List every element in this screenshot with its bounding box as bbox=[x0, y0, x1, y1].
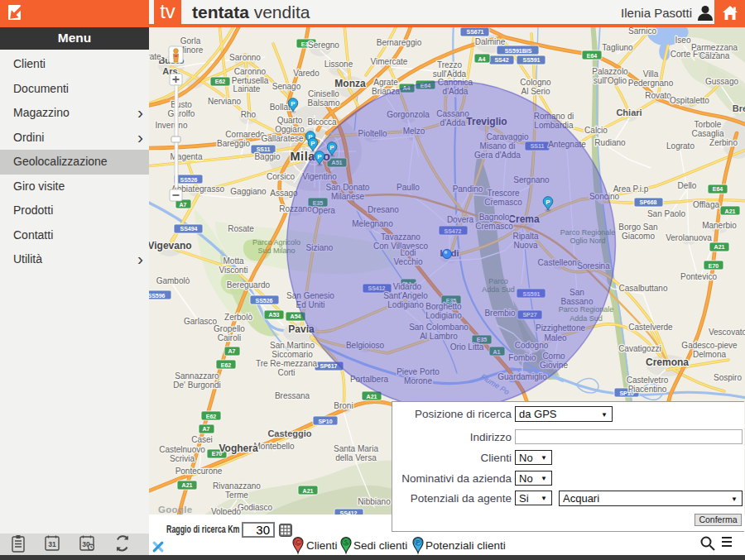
svg-text:Baggio: Baggio bbox=[254, 152, 281, 161]
svg-text:SS11: SS11 bbox=[257, 146, 271, 152]
svg-text:Oggiaro: Oggiaro bbox=[275, 125, 305, 134]
svg-text:P: P bbox=[310, 140, 315, 147]
svg-text:Nibbiano: Nibbiano bbox=[358, 497, 391, 506]
svg-text:Casalbuttano: Casalbuttano bbox=[619, 284, 668, 293]
svg-text:P: P bbox=[291, 100, 296, 108]
svg-text:Tre Re-mezzana: Tre Re-mezzana bbox=[256, 359, 318, 368]
svg-text:SS526: SS526 bbox=[180, 177, 197, 183]
svg-text:A4: A4 bbox=[478, 56, 486, 62]
svg-text:Trezzo: Trezzo bbox=[437, 60, 463, 69]
svg-text:Palazzolo: Palazzolo bbox=[592, 67, 628, 76]
svg-text:Caronno: Caronno bbox=[234, 67, 267, 76]
svg-text:Piacentino: Piacentino bbox=[628, 385, 667, 394]
svg-text:Cornaredo: Cornaredo bbox=[225, 130, 265, 139]
svg-text:Castelvetro: Castelvetro bbox=[627, 376, 669, 385]
svg-text:SS671: SS671 bbox=[466, 29, 483, 35]
svg-text:Pedergnano: Pedergnano bbox=[628, 79, 674, 88]
svg-text:Pontevico: Pontevico bbox=[680, 272, 717, 281]
svg-text:Vigevano: Vigevano bbox=[149, 240, 192, 251]
svg-text:Bressana: Bressana bbox=[275, 391, 310, 400]
svg-text:Corti: Corti bbox=[277, 368, 295, 377]
svg-text:Sedi clienti: Sedi clienti bbox=[353, 539, 407, 552]
svg-text:Corsico: Corsico bbox=[267, 172, 295, 181]
svg-text:A54: A54 bbox=[291, 314, 301, 319]
svg-text:Calzana: Calzana bbox=[699, 51, 730, 60]
svg-text:Google: Google bbox=[158, 505, 192, 515]
svg-text:Manerbio: Manerbio bbox=[702, 221, 737, 230]
svg-text:E62: E62 bbox=[221, 362, 232, 368]
svg-text:Villa: Villa bbox=[643, 69, 659, 79]
svg-text:Gambolò: Gambolò bbox=[156, 276, 190, 285]
svg-text:Casaglia: Casaglia bbox=[692, 129, 724, 138]
svg-text:Lainate: Lainate bbox=[233, 84, 261, 93]
svg-text:Castelverde: Castelverde bbox=[628, 323, 673, 332]
svg-text:Tagliuno: Tagliuno bbox=[602, 43, 633, 52]
svg-text:Broni: Broni bbox=[334, 401, 353, 410]
svg-text:Bre: Bre bbox=[733, 103, 745, 113]
svg-text:Motta: Motta bbox=[223, 256, 243, 266]
svg-text:Busto: Busto bbox=[171, 100, 192, 109]
svg-text:Gallaratese: Gallaratese bbox=[261, 134, 304, 143]
svg-text:Iseo: Iseo bbox=[675, 36, 691, 45]
svg-text:Santa Maria: Santa Maria bbox=[334, 444, 378, 453]
svg-text:Lissone: Lissone bbox=[324, 60, 353, 69]
svg-text:Siccomario: Siccomario bbox=[272, 350, 313, 359]
svg-text:Bareggio: Bareggio bbox=[217, 139, 250, 148]
svg-text:Sannazzaro: Sannazzaro bbox=[175, 371, 219, 381]
svg-text:Zerbino: Zerbino bbox=[709, 138, 738, 147]
svg-text:Cologno: Cologno bbox=[520, 78, 551, 87]
svg-text:Senago: Senago bbox=[272, 82, 301, 91]
svg-text:Cairoli: Cairoli bbox=[218, 333, 241, 342]
svg-text:Voghera: Voghera bbox=[219, 443, 257, 454]
svg-text:Terme: Terme bbox=[225, 491, 248, 500]
svg-text:E64: E64 bbox=[713, 186, 723, 192]
svg-text:A7: A7 bbox=[180, 202, 187, 208]
svg-text:Quarto: Quarto bbox=[277, 116, 303, 125]
svg-text:Bereguardo: Bereguardo bbox=[227, 280, 271, 290]
svg-text:Volpedo: Volpedo bbox=[211, 507, 242, 515]
svg-text:SS596: SS596 bbox=[149, 293, 166, 299]
svg-text:A53: A53 bbox=[269, 312, 280, 318]
svg-text:31: 31 bbox=[48, 540, 56, 548]
svg-text:Cremona: Cremona bbox=[646, 357, 689, 368]
svg-text:Monza: Monza bbox=[334, 78, 366, 89]
svg-text:SS42: SS42 bbox=[494, 57, 508, 63]
svg-text:Vimercate: Vimercate bbox=[371, 57, 408, 66]
svg-text:Gropello: Gropello bbox=[214, 324, 245, 333]
svg-text:Gussago: Gussago bbox=[705, 77, 738, 86]
svg-text:Calcio: Calcio bbox=[584, 126, 608, 135]
svg-text:Casei: Casei bbox=[191, 435, 213, 444]
svg-text:E70: E70 bbox=[709, 263, 719, 269]
svg-text:Rosate: Rosate bbox=[228, 224, 254, 233]
svg-text:P: P bbox=[317, 153, 322, 160]
svg-text:S: S bbox=[344, 538, 348, 546]
svg-text:Varedo: Varedo bbox=[293, 69, 320, 78]
svg-text:SS591BIS: SS591BIS bbox=[505, 48, 532, 54]
svg-text:E64: E64 bbox=[587, 53, 598, 59]
svg-text:Al Serio: Al Serio bbox=[521, 87, 550, 96]
svg-text:Scrivia: Scrivia bbox=[170, 454, 195, 463]
svg-text:Delmona: Delmona bbox=[693, 350, 726, 359]
svg-text:Chiari: Chiari bbox=[616, 108, 642, 117]
svg-text:Casteggio: Casteggio bbox=[267, 428, 311, 438]
svg-text:Nerviano: Nerviano bbox=[208, 97, 241, 106]
svg-text:A7: A7 bbox=[203, 426, 210, 432]
svg-text:C: C bbox=[296, 538, 300, 546]
svg-text:Verolanuova: Verolanuova bbox=[666, 233, 712, 242]
svg-text:Gorla: Gorla bbox=[180, 36, 201, 45]
svg-text:SS591: SS591 bbox=[522, 57, 540, 63]
svg-text:A21: A21 bbox=[182, 482, 193, 488]
svg-text:SP10: SP10 bbox=[318, 419, 332, 424]
svg-text:Bernareggio: Bernareggio bbox=[377, 38, 422, 47]
svg-text:Offlaga: Offlaga bbox=[693, 200, 719, 209]
svg-text:Godiasco: Godiasco bbox=[238, 503, 273, 512]
svg-text:Inveruno: Inveruno bbox=[156, 121, 188, 130]
svg-text:De' Burgondi: De' Burgondi bbox=[173, 381, 221, 390]
svg-text:E62: E62 bbox=[215, 79, 226, 84]
svg-text:P: P bbox=[416, 538, 420, 546]
svg-text:Giacomo: Giacomo bbox=[622, 232, 655, 241]
svg-text:Vescovato: Vescovato bbox=[709, 328, 745, 337]
svg-text:Gaggiano: Gaggiano bbox=[230, 187, 267, 196]
svg-text:Castelnuovo: Castelnuovo bbox=[159, 445, 205, 454]
svg-text:Garolfo: Garolfo bbox=[168, 109, 195, 118]
